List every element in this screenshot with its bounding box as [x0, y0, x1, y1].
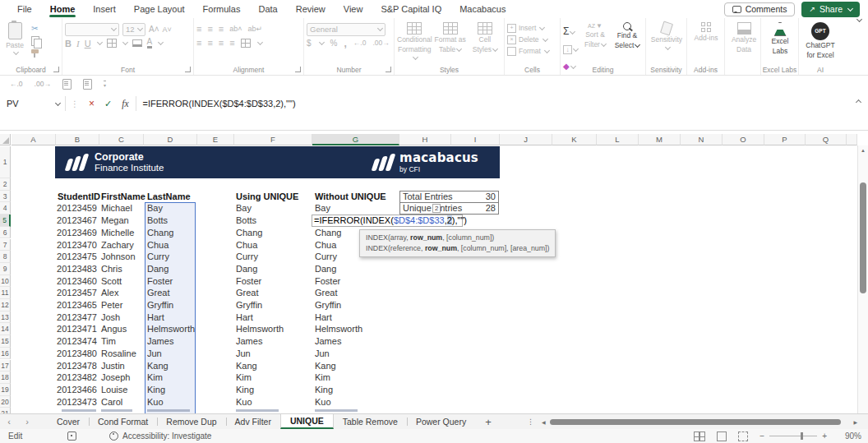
- macro-record-icon[interactable]: [67, 431, 76, 441]
- column-header-G[interactable]: G: [312, 134, 399, 145]
- cell-studentid-row20[interactable]: 20123473: [53, 396, 97, 408]
- cell-firstname-row9[interactable]: Chris: [101, 263, 122, 275]
- student-id-header[interactable]: StudentID: [58, 191, 100, 203]
- row-header-11[interactable]: 11: [0, 287, 11, 299]
- cell-without-unique-row17[interactable]: Kang: [315, 360, 336, 372]
- cell-firstname-row14[interactable]: Angus: [101, 323, 127, 335]
- cell-without-unique-row19[interactable]: King: [315, 384, 333, 396]
- row-header-7[interactable]: 7: [0, 239, 11, 251]
- comments-button[interactable]: Comments: [724, 2, 796, 16]
- increase-decimal-icon[interactable]: ←.0: [10, 80, 23, 88]
- cell-using-unique-row20[interactable]: Kuo: [236, 396, 252, 408]
- chevron-down-icon[interactable]: [257, 39, 263, 45]
- percent-format-icon[interactable]: %: [330, 39, 338, 48]
- cell-firstname-row19[interactable]: Louise: [101, 384, 127, 396]
- new-sheet-button[interactable]: +: [475, 414, 501, 429]
- ribbon-tab-page-layout[interactable]: Page Layout: [125, 0, 194, 18]
- chevron-down-icon[interactable]: [122, 39, 128, 45]
- ribbon-tab-file[interactable]: File: [8, 0, 41, 18]
- grow-font-icon[interactable]: A˄: [149, 25, 159, 34]
- cell-using-unique-row5[interactable]: Botts: [236, 215, 256, 227]
- row-header-5[interactable]: 5: [0, 215, 11, 227]
- row-header-17[interactable]: 17: [0, 360, 11, 372]
- document-tool-icon[interactable]: [62, 79, 72, 90]
- column-header-K[interactable]: K: [552, 134, 597, 145]
- column-header-O[interactable]: O: [723, 134, 764, 145]
- align-right-icon[interactable]: ≡: [219, 39, 224, 48]
- cell-using-unique-row15[interactable]: James: [236, 335, 262, 348]
- row-header-10[interactable]: 10: [0, 275, 11, 288]
- analyze-data-button[interactable]: Analyze Data: [727, 22, 760, 54]
- row-header-12[interactable]: 12: [0, 299, 11, 311]
- cell-lastname-row12[interactable]: Gryffin: [147, 299, 173, 311]
- zoom-level[interactable]: 90%: [838, 431, 861, 441]
- increase-decimal-icon[interactable]: ←.0: [353, 39, 367, 47]
- sheet-options-icon[interactable]: ⋮: [522, 414, 539, 429]
- align-middle-icon[interactable]: ≡: [207, 25, 212, 34]
- bold-button[interactable]: B: [65, 39, 72, 48]
- ribbon-tab-data[interactable]: Data: [249, 0, 286, 18]
- formula-input[interactable]: =IFERROR(INDEX($D$4:$D$33,2),""): [143, 99, 296, 108]
- find-select-button[interactable]: Find & Select: [612, 22, 642, 64]
- toolbar-options-icon[interactable]: ▾: [104, 81, 106, 88]
- cell-lastname-row9[interactable]: Dang: [147, 263, 169, 275]
- collapse-ribbon-icon[interactable]: [856, 16, 862, 22]
- normal-view-icon[interactable]: [694, 431, 705, 441]
- cell-firstname-row20[interactable]: Carol: [101, 396, 122, 408]
- cell-firstname-row16[interactable]: Rosaline: [101, 348, 136, 360]
- chatgpt-button[interactable]: GPT ChatGPT for Excel: [801, 22, 839, 60]
- align-top-icon[interactable]: ≡: [196, 25, 201, 34]
- scroll-right-icon[interactable]: ▶: [851, 419, 860, 425]
- cell-without-unique-row9[interactable]: Dang: [315, 263, 336, 275]
- sheet-tab-table-remove[interactable]: Table Remove: [334, 414, 407, 429]
- scroll-up-icon[interactable]: ▲: [858, 145, 868, 156]
- column-header-F[interactable]: F: [234, 134, 312, 145]
- row-header-2[interactable]: 2: [0, 178, 11, 191]
- confirm-entry-icon[interactable]: ✓: [104, 99, 112, 109]
- cell-studentid-row9[interactable]: 20123483: [53, 263, 97, 275]
- chevron-down-icon[interactable]: [97, 39, 103, 45]
- cell-lastname-row19[interactable]: King: [147, 384, 165, 396]
- copy-icon[interactable]: [31, 36, 39, 46]
- cell-using-unique-row4[interactable]: Bay: [236, 202, 252, 215]
- sheet-tab-adv-filter[interactable]: Adv Filter: [226, 414, 280, 429]
- cell-lastname-row10[interactable]: Foster: [147, 275, 173, 288]
- row-header-15[interactable]: 15: [0, 335, 11, 348]
- select-all-corner[interactable]: [0, 134, 11, 145]
- cell-studentid-row16[interactable]: 20123480: [53, 348, 97, 360]
- sort-filter-button[interactable]: AZ▼ Sort & Filter: [580, 22, 610, 64]
- ribbon-tab-view[interactable]: View: [335, 0, 372, 18]
- last-name-header[interactable]: LastName: [147, 191, 191, 203]
- comma-format-icon[interactable]: ,: [344, 38, 346, 49]
- fill-color-icon[interactable]: [132, 39, 142, 47]
- row-header-20[interactable]: 20: [0, 396, 11, 408]
- name-box-chevron-icon[interactable]: [55, 99, 61, 105]
- font-name-select[interactable]: [65, 23, 119, 36]
- cell-studentid-row18[interactable]: 20123482: [53, 371, 97, 384]
- cell-firstname-row8[interactable]: Johnson: [101, 251, 136, 263]
- cell-lastname-row18[interactable]: Kim: [147, 371, 163, 384]
- sensitivity-button[interactable]: Sensitivity: [649, 22, 685, 50]
- column-header-partial[interactable]: [847, 134, 857, 145]
- cancel-entry-icon[interactable]: ×: [89, 98, 95, 109]
- cell-lastname-row6[interactable]: Chang: [147, 227, 173, 239]
- cell-using-unique-row17[interactable]: Kang: [236, 360, 257, 372]
- cell-firstname-row17[interactable]: Justin: [101, 360, 125, 372]
- paste-button[interactable]: Paste: [2, 22, 27, 55]
- zoom-out-icon[interactable]: −: [760, 431, 764, 441]
- align-bottom-icon[interactable]: ≡: [219, 25, 224, 34]
- italic-button[interactable]: I: [76, 39, 80, 48]
- sheet-tab-remove-dup[interactable]: Remove Dup: [157, 414, 225, 429]
- dialog-launcher-icon[interactable]: [295, 67, 301, 72]
- chevron-down-icon[interactable]: [319, 39, 325, 45]
- underline-button[interactable]: U: [85, 39, 91, 48]
- resize-handle-icon[interactable]: ⋮: [71, 99, 79, 108]
- cell-studentid-row8[interactable]: 20123475: [53, 251, 97, 263]
- cell-studentid-row5[interactable]: 20123467: [53, 215, 97, 227]
- cut-icon[interactable]: ✂: [31, 24, 39, 33]
- indent-icon[interactable]: ≡: [229, 39, 234, 48]
- insert-function-icon[interactable]: fx: [122, 99, 128, 108]
- merge-center-icon[interactable]: [241, 39, 251, 48]
- row-header-9[interactable]: 9: [0, 263, 11, 275]
- cell-using-unique-row16[interactable]: Jun: [236, 348, 251, 360]
